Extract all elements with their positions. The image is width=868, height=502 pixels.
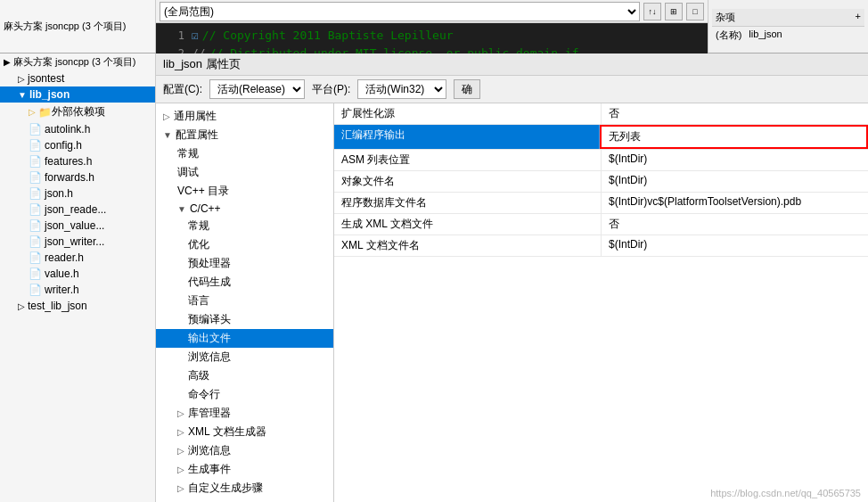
lib-json-label: lib_json [749, 29, 782, 42]
scope-select[interactable]: (全局范围) [160, 2, 640, 21]
normal-label: 常规 [177, 146, 199, 161]
cat-lib-mgr[interactable]: ▷ 库管理器 [156, 404, 333, 423]
language-label: 语言 [188, 293, 209, 309]
output-label: 输出文件 [188, 331, 231, 346]
tree-item-libjson[interactable]: ▼ lib_json [0, 86, 155, 103]
tree-item-solution[interactable]: ▶ 麻头方案 jsoncpp (3 个项目) [0, 53, 155, 70]
cat-debug[interactable]: 调试 [156, 163, 333, 182]
watermark: https://blog.csdn.net/qq_40565735 [710, 488, 861, 498]
assembler-value: 无列表 [600, 125, 868, 149]
xml-filename-name: XML 文档文件名 [334, 235, 602, 256]
autolink-label: autolink.h [45, 123, 90, 136]
cat-advanced[interactable]: 高级 [156, 366, 333, 385]
cat-browse[interactable]: 浏览信息 [156, 348, 333, 366]
general-expand-icon: ▷ [163, 111, 170, 121]
config-expand-icon: ▼ [163, 130, 172, 140]
asm-loc-name: ASM 列表位置 [334, 150, 602, 170]
tree-item-json[interactable]: 📄 json.h [0, 185, 155, 202]
row-pdb[interactable]: 程序数据库文件名 $(IntDir)vc$(PlatformToolsetVer… [334, 193, 868, 214]
row-asm-loc[interactable]: ASM 列表位置 $(IntDir) [334, 150, 868, 171]
cat-config[interactable]: ▼ 配置属性 [156, 126, 333, 144]
browseinfo-expand-icon: ▷ [177, 446, 184, 456]
precompiled-label: 预编译头 [188, 312, 231, 327]
add-btn[interactable]: + [856, 11, 861, 24]
obj-file-name: 对象文件名 [334, 171, 602, 192]
vcpp-dir-label: VC++ 目录 [177, 184, 229, 199]
tree-item-config[interactable]: 📄 config.h [0, 137, 155, 153]
custombuild-expand-icon: ▷ [177, 483, 184, 493]
json-writer-label: json_writer... [45, 235, 104, 248]
properties-panel: lib_json 属性页 配置(C): 活动(Release) 平台(P): 活… [156, 53, 868, 502]
tree-item-reader[interactable]: 📄 reader.h [0, 250, 155, 266]
misc-row: (名称) lib_json [712, 27, 864, 44]
cat-precompiled[interactable]: 预编译头 [156, 310, 333, 329]
cat-preprocessor[interactable]: 预处理器 [156, 254, 333, 273]
cat-xml-gen[interactable]: ▷ XML 文档生成器 [156, 423, 333, 441]
cat-build-events[interactable]: ▷ 生成事件 [156, 460, 333, 479]
cat-language[interactable]: 语言 [156, 292, 333, 310]
cat-optimize[interactable]: 优化 [156, 235, 333, 254]
asm-loc-value: $(IntDir) [602, 150, 868, 170]
tree-item-json-writer[interactable]: 📄 json_writer... [0, 234, 155, 250]
confirm-btn[interactable]: 确 [454, 79, 480, 99]
row-xml-doc[interactable]: 生成 XML 文档文件 否 [334, 214, 868, 235]
config-bar: 配置(C): 活动(Release) 平台(P): 活动(Win32) 确 [156, 76, 868, 103]
tree-item-autolink[interactable]: 📄 autolink.h [0, 121, 155, 137]
cpp-normal-label: 常规 [188, 218, 209, 234]
cat-custom-build[interactable]: ▷ 自定义生成步骤 [156, 479, 333, 498]
cat-cmdline[interactable]: 命令行 [156, 385, 333, 404]
cat-cpp[interactable]: ▼ C/C++ [156, 201, 333, 217]
tree-item-writer[interactable]: 📄 writer.h [0, 282, 155, 298]
browse-label: 浏览信息 [188, 350, 231, 365]
xml-doc-name: 生成 XML 文档文件 [334, 214, 602, 235]
grid-btn[interactable]: ⊞ [665, 3, 683, 21]
tree-item-features[interactable]: 📄 features.h [0, 153, 155, 169]
browse-info-label: 浏览信息 [188, 443, 231, 458]
xmlgen-expand-icon: ▷ [177, 427, 184, 437]
pdb-name: 程序数据库文件名 [334, 193, 602, 213]
config-props-label: 配置属性 [176, 128, 218, 143]
preprocessor-label: 预处理器 [188, 256, 231, 271]
json-label: json.h [45, 187, 73, 200]
solution-collapse-icon: ▶ [4, 57, 11, 67]
folder-expand-icon: ▷ [29, 107, 36, 117]
tree-item-external-deps[interactable]: ▷ 📁 外部依赖项 [0, 103, 155, 121]
libjson-label: lib_json [29, 88, 70, 101]
platform-select[interactable]: 活动(Win32) [357, 79, 446, 99]
checkbox-icon-1: ☑ [192, 27, 199, 45]
tree-item-json-value[interactable]: 📄 json_value... [0, 218, 155, 234]
cat-cpp-normal[interactable]: 常规 [156, 217, 333, 235]
row-assembler[interactable]: 汇编程序输出 无列表 [334, 125, 868, 150]
cat-normal[interactable]: 常规 [156, 144, 333, 163]
row-extensibility[interactable]: 扩展性化源 否 [334, 103, 868, 125]
tree-item-test-lib[interactable]: ▷ test_lib_json [0, 298, 155, 314]
buildvents-expand-icon: ▷ [177, 465, 184, 474]
obj-file-value: $(IntDir) [602, 171, 868, 192]
cat-general[interactable]: ▷ 通用属性 [156, 107, 333, 126]
cat-browse-info[interactable]: ▷ 浏览信息 [156, 441, 333, 460]
tree-item-json-reader[interactable]: 📄 json_reade... [0, 202, 155, 218]
name-col-label: (名称) [716, 29, 741, 42]
row-xml-filename[interactable]: XML 文档文件名 $(IntDir) [334, 235, 868, 257]
tree-item-forwards[interactable]: 📄 forwards.h [0, 169, 155, 185]
tree-item-value[interactable]: 📄 value.h [0, 266, 155, 282]
cat-codegen[interactable]: 代码生成 [156, 273, 333, 292]
file-icon-forwards: 📄 [29, 171, 42, 184]
row-obj-file[interactable]: 对象文件名 $(IntDir) [334, 171, 868, 193]
window-btn[interactable]: □ [686, 3, 704, 21]
up-down-btn[interactable]: ↑↓ [643, 3, 661, 21]
cat-vcpp-dir[interactable]: VC++ 目录 [156, 182, 333, 201]
file-icon-config: 📄 [29, 139, 42, 152]
top-right-panel: 杂项 + (名称) lib_json [708, 0, 868, 53]
props-title: lib_json 属性页 [156, 53, 868, 76]
cat-output[interactable]: 输出文件 [156, 329, 333, 348]
config-label: config.h [45, 139, 82, 152]
folder-icon-glyph: 📁 [38, 106, 52, 119]
jsontest-icon: ▷ [18, 74, 25, 84]
advanced-label: 高级 [188, 368, 209, 383]
tree-item-jsontest[interactable]: ▷ jsontest [0, 70, 155, 86]
xml-filename-value: $(IntDir) [602, 235, 868, 256]
solution-label: 麻头方案 jsoncpp (3 个项目) [4, 20, 127, 33]
value-label: value.h [45, 267, 79, 280]
config-select[interactable]: 活动(Release) [209, 79, 305, 99]
